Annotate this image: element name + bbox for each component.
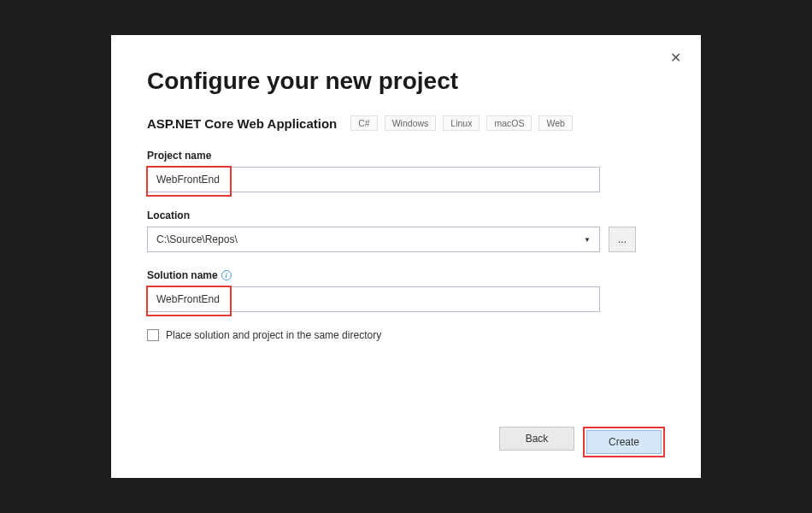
close-icon: ✕ xyxy=(670,50,681,66)
back-button[interactable]: Back xyxy=(499,427,574,451)
tag-csharp: C# xyxy=(350,115,377,131)
browse-button[interactable]: ... xyxy=(609,227,636,252)
create-button[interactable]: Create xyxy=(586,430,662,454)
tag-linux: Linux xyxy=(443,115,480,131)
location-dropdown[interactable]: C:\Source\Repos\ ▼ xyxy=(147,227,600,252)
same-directory-checkbox[interactable] xyxy=(147,329,159,341)
project-name-group: Project name xyxy=(147,150,665,192)
close-button[interactable]: ✕ xyxy=(667,49,684,66)
dialog-title: Configure your new project xyxy=(147,68,665,95)
ellipsis-icon: ... xyxy=(618,233,627,245)
solution-name-input[interactable] xyxy=(147,286,600,312)
project-name-label: Project name xyxy=(147,150,665,162)
same-directory-row: Place solution and project in the same d… xyxy=(147,329,665,341)
chevron-down-icon: ▼ xyxy=(584,236,591,244)
location-label: Location xyxy=(147,209,665,221)
template-name: ASP.NET Core Web Application xyxy=(147,116,337,131)
solution-name-label: Solution name i xyxy=(147,269,665,281)
location-value: C:\Source\Repos\ xyxy=(156,233,238,245)
tag-macos: macOS xyxy=(486,115,532,131)
configure-project-dialog: ✕ Configure your new project ASP.NET Cor… xyxy=(111,35,701,478)
solution-name-group: Solution name i xyxy=(147,269,665,312)
create-button-highlight: Create xyxy=(583,427,665,457)
template-info-row: ASP.NET Core Web Application C# Windows … xyxy=(147,115,665,131)
tag-web: Web xyxy=(538,115,572,131)
tag-windows: Windows xyxy=(385,115,437,131)
same-directory-label: Place solution and project in the same d… xyxy=(166,329,381,341)
template-tags: C# Windows Linux macOS Web xyxy=(350,115,573,131)
location-group: Location C:\Source\Repos\ ▼ ... xyxy=(147,209,665,252)
info-icon[interactable]: i xyxy=(221,270,232,280)
dialog-footer: Back Create xyxy=(499,427,665,457)
project-name-input[interactable] xyxy=(147,167,600,192)
